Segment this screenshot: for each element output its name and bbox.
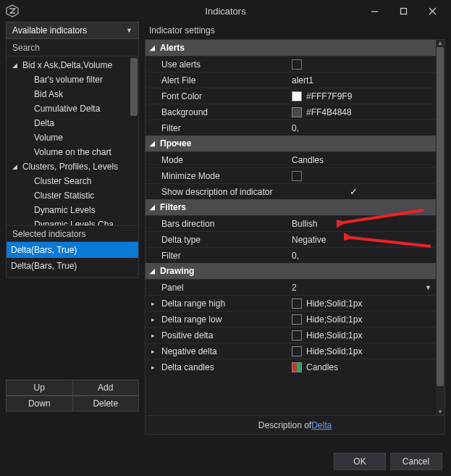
down-button[interactable]: Down [6, 396, 73, 412]
collapse-icon: ◢ [150, 44, 157, 51]
prop-delta-range-low[interactable]: ▸Delta range lowHide;Solid;1px [146, 311, 444, 327]
prop-negative-delta[interactable]: ▸Negative deltaHide;Solid;1px [146, 343, 444, 359]
color-swatch-icon [292, 298, 302, 309]
color-swatch-icon [292, 314, 302, 325]
indicator-settings-label: Indicator settings [145, 22, 445, 39]
close-button[interactable] [418, 1, 447, 20]
delete-button[interactable]: Delete [73, 396, 140, 412]
prop-mode[interactable]: ModeCandles [146, 151, 444, 167]
minimize-button[interactable] [360, 1, 389, 20]
chevron-down-icon: ▼ [425, 284, 431, 291]
group-drawing-header[interactable]: ◢Drawing [146, 263, 444, 279]
prop-bars-direction[interactable]: Bars directionBullish [146, 215, 444, 231]
tree-item[interactable]: Bar's volume filter [7, 72, 138, 87]
checkbox-icon[interactable] [292, 59, 302, 70]
prop-panel[interactable]: Panel2▼ [146, 279, 444, 295]
checkbox-icon[interactable] [292, 171, 302, 181]
right-pane: Indicator settings ◢Alerts Use alerts Al… [145, 22, 445, 435]
group-alerts-header[interactable]: ◢Alerts [146, 40, 444, 56]
tree-item[interactable]: Dynamic Levels [7, 203, 138, 217]
color-swatch-icon [292, 91, 302, 101]
color-swatch-icon [292, 330, 302, 341]
collapse-icon: ◢ [150, 267, 157, 275]
tree-item[interactable]: Cumulative Delta [7, 101, 138, 116]
tree-item[interactable]: Delta [7, 116, 138, 130]
tree-item[interactable]: Cluster Search [7, 174, 138, 188]
svg-rect-2 [400, 8, 406, 14]
description-bar: Description of Delta [145, 416, 445, 435]
title-bar: Indicators [0, 0, 451, 22]
tree-item[interactable]: Bid Ask [7, 87, 138, 101]
search-input[interactable]: Search [6, 39, 139, 57]
add-button[interactable]: Add [73, 380, 140, 396]
settings-scroll-thumb[interactable] [437, 47, 444, 386]
prop-use-alerts[interactable]: Use alerts [146, 56, 444, 72]
prop-delta-range-high[interactable]: ▸Delta range highHide;Solid;1px [146, 295, 444, 311]
scroll-down-icon[interactable]: ▼ [436, 409, 444, 415]
prop-show-description[interactable]: Show description of indicator✓ [146, 183, 444, 199]
ok-button[interactable]: OK [334, 453, 386, 470]
chevron-down-icon: ▼ [126, 27, 132, 34]
available-indicators-dropdown[interactable]: Available indicators ▼ [6, 22, 139, 39]
tree-item[interactable]: Cluster Statistic [7, 188, 138, 203]
expand-icon: ▸ [151, 348, 159, 355]
scroll-up-icon[interactable]: ▲ [436, 40, 444, 46]
cancel-button[interactable]: Cancel [390, 453, 442, 470]
prop-alert-filter[interactable]: Filter0, [146, 120, 444, 135]
tree-group[interactable]: ◢Bid x Ask,Delta,Volume [7, 58, 138, 72]
color-swatch-icon [292, 107, 302, 117]
collapse-icon: ◢ [12, 62, 20, 69]
prop-minimize-mode[interactable]: Minimize Mode [146, 167, 444, 183]
prop-filter[interactable]: Filter0, [146, 247, 444, 263]
left-pane: Available indicators ▼ Search ◢Bid x Ask… [6, 22, 139, 435]
prop-delta-candles[interactable]: ▸Delta candlesCandles [146, 359, 444, 375]
prop-background[interactable]: Background#FF4B4848 [146, 104, 444, 120]
description-link[interactable]: Delta [311, 420, 332, 430]
settings-grid: ◢Alerts Use alerts Alert Filealert1 Font… [145, 39, 445, 416]
collapse-icon: ◢ [12, 163, 20, 170]
tree-group[interactable]: ◢Clusters, Profiles, Levels [7, 159, 138, 174]
prop-font-color[interactable]: Font Color#FFF7F9F9 [146, 88, 444, 104]
prop-alert-file[interactable]: Alert Filealert1 [146, 72, 444, 88]
selected-indicator-list[interactable]: Delta(Bars, True) Delta(Bars, True) [6, 242, 139, 278]
tree-scrollbar[interactable] [130, 57, 138, 225]
group-filters-header[interactable]: ◢Filters [146, 199, 444, 215]
indicator-tree[interactable]: ◢Bid x Ask,Delta,Volume Bar's volume fil… [6, 57, 139, 226]
settings-scrollbar[interactable]: ▲ ▼ [436, 40, 444, 415]
tree-item[interactable]: Volume on the chart [7, 145, 138, 159]
candle-icon [292, 362, 302, 372]
maximize-button[interactable] [389, 1, 418, 20]
expand-icon: ▸ [151, 332, 159, 339]
app-logo-icon [6, 4, 19, 17]
available-indicators-label: Available indicators [12, 25, 87, 36]
expand-icon: ▸ [151, 316, 159, 323]
expand-icon: ▸ [151, 364, 159, 371]
check-icon[interactable]: ✓ [350, 186, 358, 197]
collapse-icon: ◢ [150, 140, 157, 147]
expand-icon: ▸ [151, 300, 159, 307]
up-button[interactable]: Up [6, 380, 73, 396]
prop-positive-delta[interactable]: ▸Positive deltaHide;Solid;1px [146, 327, 444, 343]
tree-item[interactable]: Volume [7, 130, 138, 145]
selected-indicator-item[interactable]: Delta(Bars, True) [7, 258, 138, 274]
group-other-header[interactable]: ◢Прочее [146, 135, 444, 151]
selected-indicator-item[interactable]: Delta(Bars, True) [7, 242, 138, 258]
tree-scroll-thumb[interactable] [130, 58, 138, 116]
prop-delta-type[interactable]: Delta typeNegative [146, 231, 444, 247]
selected-indicators-label: Selected indicators [6, 226, 139, 242]
collapse-icon: ◢ [150, 204, 157, 211]
tree-item[interactable]: Dynamic Levels Cha [7, 217, 138, 226]
color-swatch-icon [292, 346, 302, 356]
